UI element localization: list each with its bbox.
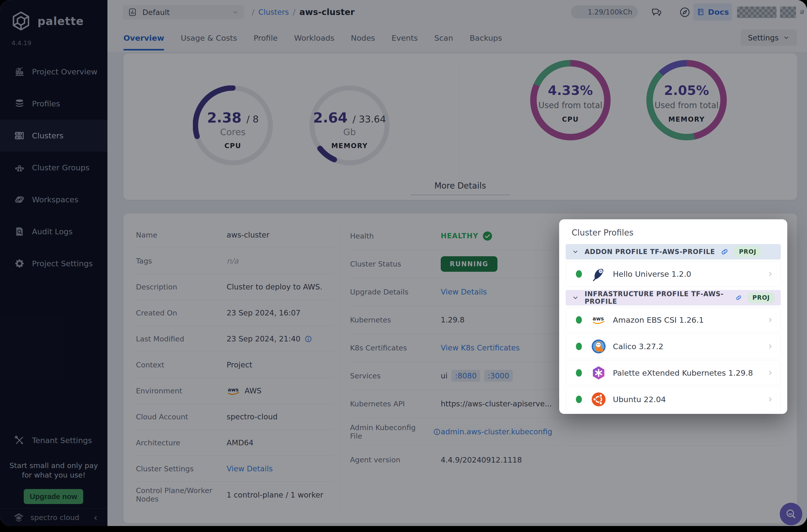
profile-pack-row[interactable]: Hello Universe 1.2.0 (566, 262, 781, 286)
pack-status-dot (576, 369, 582, 377)
pack-status-dot (576, 270, 582, 278)
cluster-profiles-popup: Cluster Profiles ADDON PROFILE TF-AWS-PR… (559, 219, 787, 414)
profile-pack-row[interactable]: awsAmazon EBS CSI 1.26.1 (566, 307, 781, 332)
profile-section-header[interactable]: INFRASTRUCTURE PROFILE TF-AWS-PROFILEPRO… (566, 290, 781, 305)
pack-name: Ubuntu 22.04 (613, 395, 666, 404)
calico-icon (592, 339, 606, 354)
profile-section-header[interactable]: ADDON PROFILE TF-AWS-PROFILEPROJ (566, 244, 781, 260)
chevron-right-icon (767, 270, 774, 278)
chevron-right-icon (767, 343, 774, 350)
profile-section-title: INFRASTRUCTURE PROFILE TF-AWS-PROFILE (585, 290, 730, 305)
chevron-right-icon (767, 369, 774, 377)
pack-status-dot (576, 343, 582, 350)
ubuntu-icon (592, 392, 606, 406)
pack-name: Hello Universe 1.2.0 (613, 269, 691, 279)
pack-status-dot (576, 396, 582, 403)
svg-text:aws: aws (593, 316, 604, 322)
chevron-right-icon (767, 316, 774, 324)
link-icon (735, 294, 742, 302)
chevron-right-icon (767, 396, 774, 403)
pack-status-dot (576, 316, 582, 324)
pack-name: Palette eXtended Kubernetes 1.29.8 (613, 368, 753, 377)
app-window: palette 4.4.19 Project OverviewProfilesC… (0, 0, 807, 526)
profile-section-title: ADDON PROFILE TF-AWS-PROFILE (585, 248, 715, 255)
profile-pack-row[interactable]: Ubuntu 22.04 (566, 387, 781, 412)
hello-universe-icon (592, 267, 606, 281)
profile-pack-row[interactable]: Calico 3.27.2 (566, 334, 781, 359)
scope-badge: PROJ (734, 246, 761, 257)
pack-name: Calico 3.27.2 (613, 342, 663, 351)
chevron-down-icon (571, 248, 579, 255)
profile-pack-row[interactable]: Palette eXtended Kubernetes 1.29.8 (566, 360, 781, 385)
pxk-icon (592, 366, 606, 380)
chevron-down-icon (571, 294, 579, 302)
link-icon (720, 248, 729, 256)
scope-badge: PROJ (748, 292, 775, 303)
popup-title: Cluster Profiles (571, 228, 781, 238)
pack-name: Amazon EBS CSI 1.26.1 (613, 316, 704, 324)
aws-icon: aws (592, 313, 606, 327)
